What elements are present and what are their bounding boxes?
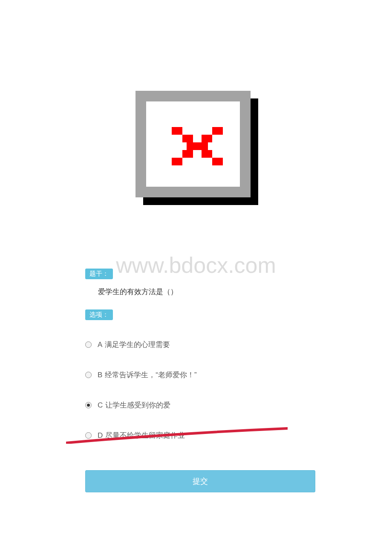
- svg-rect-1: [212, 127, 223, 135]
- option-b[interactable]: B 经常告诉学生，“老师爱你！”: [85, 370, 315, 380]
- option-text: 满足学生的心理需要: [105, 340, 170, 350]
- radio-a[interactable]: [85, 341, 92, 348]
- options-list: A 满足学生的心理需要 B 经常告诉学生，“老师爱你！” C 让学生感受到你的爱…: [85, 340, 315, 440]
- option-letter: D: [98, 431, 103, 440]
- svg-rect-3: [202, 135, 212, 142]
- question-text: 爱学生的有效方法是（）: [98, 287, 315, 297]
- svg-rect-8: [212, 158, 223, 165]
- submit-button[interactable]: 提交: [85, 470, 315, 492]
- radio-d[interactable]: [85, 432, 92, 439]
- option-d[interactable]: D 尽量不给学生留家庭作业: [85, 431, 315, 440]
- options-label-tag: 选项：: [85, 309, 113, 320]
- broken-image-x-icon: [172, 127, 223, 165]
- option-text: 让学生感受到你的爱: [105, 400, 170, 410]
- option-letter: B: [98, 371, 102, 379]
- option-c[interactable]: C 让学生感受到你的爱: [85, 400, 315, 410]
- radio-b[interactable]: [85, 372, 92, 378]
- svg-rect-0: [172, 127, 182, 135]
- svg-rect-5: [182, 150, 193, 158]
- option-letter: A: [98, 341, 102, 349]
- radio-c[interactable]: [85, 402, 92, 408]
- quiz-content: 题干： 爱学生的有效方法是（） 选项： A 满足学生的心理需要 B 经常告诉学生…: [85, 269, 315, 492]
- svg-rect-7: [172, 158, 182, 165]
- option-text: 经常告诉学生，“老师爱你！”: [105, 370, 196, 380]
- broken-image-placeholder: [135, 91, 255, 202]
- option-letter: C: [98, 401, 103, 410]
- svg-rect-6: [202, 150, 212, 158]
- svg-rect-4: [187, 142, 208, 150]
- svg-rect-2: [182, 135, 193, 142]
- question-label-tag: 题干：: [85, 269, 113, 279]
- option-text: 尽量不给学生留家庭作业: [105, 431, 185, 440]
- option-a[interactable]: A 满足学生的心理需要: [85, 340, 315, 350]
